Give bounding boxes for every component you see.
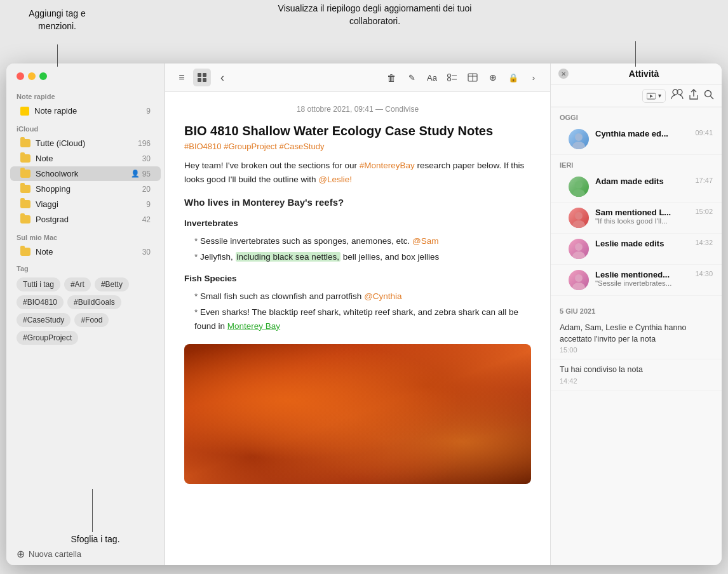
global-action-toolbar: ▾ [551, 84, 722, 107]
checklist-button[interactable] [443, 69, 461, 86]
shopping-count: 20 [142, 185, 151, 194]
quick-notes-icon [20, 107, 29, 116]
edit-button[interactable]: ✎ [403, 69, 421, 86]
avatar-sam [569, 208, 589, 228]
sidebar-item-shopping[interactable]: Shopping 20 [10, 182, 161, 196]
invertebrates-list: Sessile invertebrates such as sponges, a… [184, 233, 531, 265]
mac-note-label: Note [36, 247, 142, 257]
new-folder-label: Nuova cartella [29, 549, 81, 559]
bullet-item-1: Sessile invertebrates such as sponges, a… [194, 233, 531, 250]
tag-food[interactable]: #Food [74, 313, 109, 327]
collab-button[interactable] [671, 88, 684, 103]
traffic-lights [17, 72, 47, 80]
cynthia-time: 09:41 [695, 129, 713, 137]
activity-panel: ✕ Attività ▾ [550, 63, 722, 565]
activity-item-leslie1[interactable]: Leslie made edits 14:32 [551, 234, 722, 265]
sidebar-item-quick-notes[interactable]: Note rapide 9 [10, 103, 161, 118]
tag-betty[interactable]: #Betty [95, 277, 129, 291]
activity-item-leslie2[interactable]: Leslie mentioned... "Sessile invertebrat… [551, 265, 722, 296]
chevron-down-button[interactable]: › [525, 69, 543, 86]
maximize-button[interactable] [39, 72, 47, 80]
tag-all[interactable]: Tutti i tag [17, 277, 60, 291]
bullet-item-4: Even sharks! The blacktip reef shark, wh… [194, 304, 531, 334]
svg-point-4 [448, 74, 451, 77]
share-lock-button[interactable]: 🔒 [504, 69, 522, 86]
back-button[interactable]: ‹ [213, 69, 231, 86]
section1-title: Who lives in Monterey Bay's reefs? [184, 195, 531, 210]
viaggi-label: Viaggi [36, 199, 146, 209]
note-icloud-count: 30 [142, 154, 151, 163]
sidebar-item-note-mac[interactable]: Note 30 [10, 244, 161, 259]
leslie2-action: Leslie mentioned... [595, 270, 689, 279]
note-editor[interactable]: 18 ottobre 2021, 09:41 — Condivise BIO 4… [165, 92, 550, 565]
sam-preview: "If this looks good I'll... [595, 217, 689, 225]
monterey-bay-link[interactable]: #MontereyBay [360, 161, 415, 170]
tag-buildgoals[interactable]: #BuildGoals [67, 295, 121, 309]
sidebar-header [6, 63, 165, 86]
old-date-section: 5 giu 2021 [551, 301, 722, 317]
mac-note-count: 30 [142, 248, 151, 257]
note-meta: 18 ottobre 2021, 09:41 — Condivise [184, 105, 531, 114]
svg-point-18 [572, 142, 585, 149]
sam-avatar-image [569, 208, 589, 228]
sidebar-content: Note rapide Note rapide 9 iCloud Tutte (… [6, 86, 165, 543]
quick-notes-count: 9 [146, 107, 151, 116]
grid-icon [198, 73, 206, 82]
media-button[interactable]: ▾ [642, 89, 666, 103]
delete-button[interactable]: 🗑 [382, 69, 400, 86]
leslie1-action: Leslie made edits [595, 239, 689, 248]
tag-casestudy[interactable]: #CaseStudy [17, 313, 71, 327]
leslie-avatar-image-1 [569, 239, 589, 259]
postgrad-label: Postgrad [36, 215, 142, 224]
section-quick-notes: Note rapide [6, 86, 165, 103]
callout-line-center [635, 41, 636, 67]
tag-art[interactable]: #Art [64, 277, 91, 291]
minimize-button[interactable] [28, 72, 36, 80]
bullet-item-3: Small fish such as clownfish and parrotf… [194, 288, 531, 305]
tag-groupproject[interactable]: #GroupProject [17, 331, 78, 345]
sam-mention[interactable]: @Sam [412, 236, 438, 246]
activity-item-adam[interactable]: Adam made edits 17:47 [551, 171, 722, 203]
group-share-time: 14:42 [560, 377, 713, 385]
activity-close-button[interactable]: ✕ [558, 69, 569, 79]
monterey-bay-highlight[interactable]: Monterey Bay [227, 321, 280, 331]
svg-marker-12 [650, 95, 653, 98]
cynthia-mention[interactable]: @Cynthia [364, 291, 401, 301]
list-view-button[interactable]: ≡ [173, 69, 191, 86]
attach-button[interactable]: ⊕ [484, 69, 502, 86]
checklist-icon [447, 73, 457, 82]
group-share-text: Tu hai condiviso la nota [560, 364, 713, 376]
toolbar: ≡ ‹ 🗑 ✎ Aa [165, 63, 550, 92]
format-button[interactable]: Aa [423, 69, 441, 86]
folder-icon-note [20, 154, 30, 163]
svg-rect-2 [198, 78, 201, 82]
svg-point-15 [705, 90, 711, 97]
search-button-global[interactable] [704, 90, 714, 102]
sidebar-item-postgrad[interactable]: Postgrad 42 [10, 212, 161, 227]
folder-icon-postgrad [20, 215, 30, 224]
share-button[interactable] [689, 89, 699, 103]
activity-item-cynthia[interactable]: Cynthia made ed... 09:41 [551, 124, 722, 155]
svg-point-22 [572, 220, 585, 228]
activity-item-body-leslie2: Leslie mentioned... "Sessile invertebrat… [595, 270, 689, 287]
close-button[interactable] [17, 72, 24, 80]
sidebar-item-viaggi[interactable]: Viaggi 9 [10, 197, 161, 211]
sidebar-item-all-icloud[interactable]: Tutte (iCloud) 196 [10, 136, 161, 150]
leslie2-time: 14:30 [695, 270, 713, 277]
leslie-mention[interactable]: @Leslie! [318, 175, 352, 184]
sidebar-item-note-icloud[interactable]: Note 30 [10, 151, 161, 166]
tag-bio4810[interactable]: #BIO4810 [17, 295, 64, 309]
activity-item-sam[interactable]: Sam mentioned L... "If this looks good I… [551, 203, 722, 234]
table-button[interactable] [464, 69, 482, 86]
sidebar-item-schoolwork[interactable]: Schoolwork 👤 95 [10, 166, 161, 181]
note-intro: Hey team! I've broken out the sections f… [184, 159, 531, 186]
activity-panel-header: ✕ Attività [551, 63, 722, 84]
grid-view-button[interactable] [193, 69, 211, 86]
note-body: Hey team! I've broken out the sections f… [184, 159, 531, 484]
schoolwork-label: Schoolwork [36, 169, 131, 178]
new-folder-button[interactable]: ⊕ Nuova cartella [6, 543, 165, 565]
svg-point-23 [575, 243, 583, 251]
viaggi-count: 9 [146, 200, 151, 209]
leslie-avatar-image-2 [569, 270, 589, 290]
svg-point-19 [575, 181, 583, 189]
